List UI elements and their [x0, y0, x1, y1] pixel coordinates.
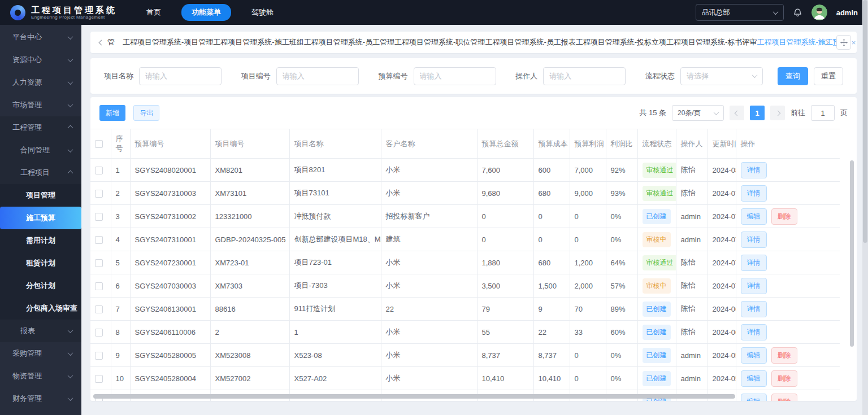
detail-button[interactable]: 详情: [741, 231, 767, 248]
edit-button[interactable]: 编辑: [741, 370, 767, 387]
tabs-next-icon[interactable]: [821, 37, 831, 47]
detail-button[interactable]: 详情: [741, 301, 767, 317]
cell-no: 9: [111, 344, 130, 367]
filter-input-项目编号[interactable]: [276, 67, 359, 85]
filter-input-项目名称[interactable]: [139, 67, 222, 85]
add-button[interactable]: 新增: [99, 105, 125, 121]
sidebar-item-市场管理[interactable]: 市场管理: [0, 94, 81, 116]
edit-button[interactable]: 编辑: [741, 394, 767, 401]
table-vertical-scrollbar[interactable]: [850, 160, 854, 347]
select-all-checkbox[interactable]: [95, 140, 103, 148]
column-header-预算利润: 预算利润: [570, 129, 606, 159]
browser-scrollbar[interactable]: [862, 0, 868, 415]
tab-工程项目管理系统-施工班组[interactable]: 工程项目管理系统-施工班组: [213, 37, 303, 47]
tab-工程项目管理系统-职位管理[interactable]: 工程项目管理系统-职位管理: [394, 37, 485, 47]
cell-customer: 建筑: [381, 228, 477, 251]
tab-工程项目管理系统-项目管理[interactable]: 工程项目管理系统-项目管理: [123, 37, 213, 47]
delete-button[interactable]: 删除: [771, 394, 797, 401]
row-checkbox[interactable]: [95, 190, 103, 198]
sidebar-item-物资管理[interactable]: 物资管理: [0, 365, 81, 387]
row-checkbox[interactable]: [95, 236, 103, 244]
row-checkbox[interactable]: [95, 167, 103, 174]
sidebar-item-采购管理[interactable]: 采购管理: [0, 342, 81, 365]
row-checkbox[interactable]: [95, 352, 103, 360]
cell-project_name: 1: [289, 321, 381, 344]
filter-input-预算编号[interactable]: [414, 67, 496, 85]
row-checkbox[interactable]: [95, 259, 103, 267]
page-size-select[interactable]: 20条/页: [672, 105, 724, 121]
table-row: 9SGYS2405280005XM523008X523-08小米8,7378,7…: [90, 344, 840, 367]
status-badge: 已创建: [643, 325, 671, 340]
row-checkbox[interactable]: [95, 305, 103, 313]
edit-button[interactable]: 编辑: [741, 347, 767, 364]
delete-button[interactable]: 删除: [771, 208, 797, 225]
sidebar-item-合同管理[interactable]: 合同管理: [0, 139, 81, 161]
sidebar-item-资源中心[interactable]: 资源中心: [0, 49, 81, 71]
nav-item-首页[interactable]: 首页: [146, 7, 161, 18]
sidebar-item-工程管理[interactable]: 工程管理: [0, 116, 81, 139]
table-horizontal-scrollbar[interactable]: [93, 394, 735, 399]
tabs-prev-icon[interactable]: [96, 37, 106, 47]
detail-button[interactable]: 详情: [741, 255, 767, 271]
search-button[interactable]: 查询: [778, 67, 808, 85]
detail-button[interactable]: 详情: [741, 162, 767, 178]
tab-clipped[interactable]: 管: [107, 37, 116, 47]
sidebar-item-需用计划[interactable]: 需用计划: [0, 229, 81, 252]
filter-操作人: 操作人: [515, 67, 626, 85]
notification-bell-icon[interactable]: [793, 8, 802, 18]
next-page-button[interactable]: [770, 106, 785, 120]
cell-status: 已创建: [637, 205, 676, 228]
cell-cost: 22: [533, 321, 570, 344]
close-icon[interactable]: ×: [852, 39, 856, 46]
goto-page-input[interactable]: [811, 105, 835, 121]
nav-item-功能菜单[interactable]: 功能菜单: [181, 4, 231, 21]
sidebar-item-租赁计划[interactable]: 租赁计划: [0, 252, 81, 274]
browser-scrollbar-thumb[interactable]: [863, 0, 867, 243]
sidebar-item-工程项目[interactable]: 工程项目: [0, 161, 81, 184]
tab-工程项目管理系统-标书评审[interactable]: 工程项目管理系统-标书评审: [666, 37, 757, 47]
cell-status: 已创建: [637, 344, 676, 367]
row-checkbox[interactable]: [95, 375, 103, 383]
select-placeholder: 请选择: [687, 71, 709, 81]
cell-project_name: X523-08: [289, 344, 381, 367]
sidebar-item-施工预算[interactable]: 施工预算: [0, 207, 81, 229]
reset-button[interactable]: 重置: [814, 67, 843, 85]
cell-customer: 22: [381, 298, 477, 321]
sidebar-item-报表[interactable]: 报表: [0, 320, 81, 342]
cell-ratio: 60%: [606, 321, 637, 344]
chevron-down-icon: [752, 72, 758, 78]
delete-button[interactable]: 删除: [771, 370, 797, 387]
tab-工程项目管理系统-员工报表[interactable]: 工程项目管理系统-员工报表: [485, 37, 575, 47]
sidebar-item-平台中心[interactable]: 平台中心: [0, 26, 81, 49]
status-badge: 已创建: [643, 302, 671, 317]
tab-工程项目管理系统-投标立项[interactable]: 工程项目管理系统-投标立项: [576, 37, 666, 47]
sidebar-item-人力资源[interactable]: 人力资源: [0, 71, 81, 94]
sidebar-item-分包商入场审查[interactable]: 分包商入场审查: [0, 297, 81, 320]
edit-button[interactable]: 编辑: [741, 208, 767, 225]
sidebar-item-财务管理[interactable]: 财务管理: [0, 387, 81, 410]
row-checkbox[interactable]: [95, 329, 103, 337]
org-selector[interactable]: 品讯总部: [696, 4, 784, 21]
total-count: 共 15 条: [639, 108, 666, 118]
column-header-预算编号: 预算编号: [130, 129, 210, 159]
row-checkbox[interactable]: [95, 282, 103, 290]
status-badge: 审核通过: [643, 186, 676, 201]
detail-button[interactable]: 详情: [741, 278, 767, 294]
filter-select-流程状态[interactable]: 请选择: [680, 67, 763, 85]
sidebar-item-项目管理[interactable]: 项目管理: [0, 184, 81, 207]
cell-budget_no: SGYS2408020001: [130, 159, 210, 182]
current-page-button[interactable]: 1: [750, 106, 765, 120]
avatar[interactable]: [811, 5, 827, 20]
export-button[interactable]: 导出: [133, 105, 159, 121]
prev-page-button[interactable]: [730, 106, 744, 120]
delete-button[interactable]: 删除: [771, 347, 797, 364]
filter-input-操作人[interactable]: [543, 67, 626, 85]
detail-button[interactable]: 详情: [741, 185, 767, 202]
nav-item-驾驶舱[interactable]: 驾驶舱: [251, 7, 274, 18]
detail-button[interactable]: 详情: [741, 324, 767, 340]
tab-工程项目管理系统-员工管理[interactable]: 工程项目管理系统-员工管理: [304, 37, 394, 47]
page-size-value: 20条/页: [678, 108, 701, 118]
tab-move-button[interactable]: [836, 35, 851, 50]
row-checkbox[interactable]: [95, 213, 103, 221]
sidebar-item-分包计划[interactable]: 分包计划: [0, 274, 81, 297]
